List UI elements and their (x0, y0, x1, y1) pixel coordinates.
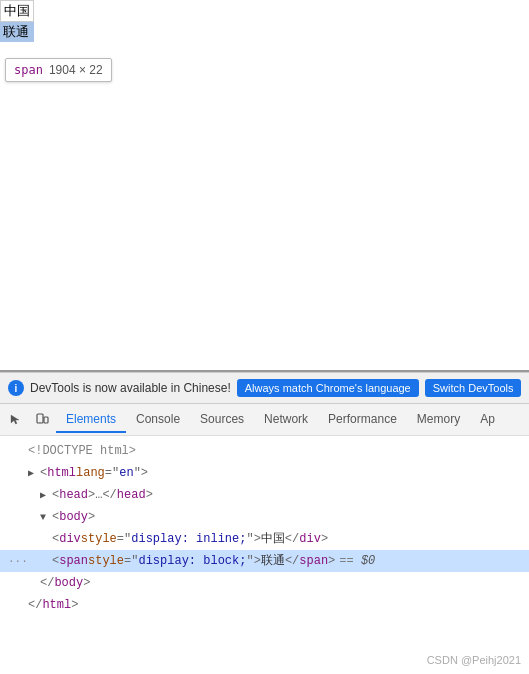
svg-rect-0 (37, 414, 43, 423)
dom-line-div: <div style="display: inline;">中国</div> (0, 528, 529, 550)
dom-line-body-close: </body> (0, 572, 529, 594)
tab-memory[interactable]: Memory (407, 407, 470, 433)
dom-line-html: ▶ <html lang="en"> (0, 462, 529, 484)
browser-viewport: 中国 联通 span 1904 × 22 (0, 0, 529, 370)
tooltip-tag: span (14, 63, 43, 77)
svg-point-2 (40, 421, 41, 422)
chinese-line2: 联通 (0, 22, 34, 42)
chinese-text-block: 中国 联通 (0, 0, 34, 42)
devtools-tabs-bar: Elements Console Sources Network Perform… (0, 404, 529, 436)
dom-line-span[interactable]: ··· <span style="display: block;">联通</sp… (0, 550, 529, 572)
tooltip-dimensions: 1904 × 22 (49, 63, 103, 77)
switch-devtools-button[interactable]: Switch DevTools (425, 379, 522, 397)
devtools-notification-bar: i DevTools is now available in Chinese! … (0, 372, 529, 404)
html-triangle[interactable]: ▶ (28, 466, 40, 481)
tab-elements[interactable]: Elements (56, 407, 126, 433)
dom-line-body: ▼ <body> (0, 506, 529, 528)
tab-console[interactable]: Console (126, 407, 190, 433)
tab-performance[interactable]: Performance (318, 407, 407, 433)
device-icon (35, 413, 49, 427)
watermark: CSDN @Peihj2021 (427, 654, 521, 666)
tab-network[interactable]: Network (254, 407, 318, 433)
match-language-button[interactable]: Always match Chrome's language (237, 379, 419, 397)
info-icon: i (8, 380, 24, 396)
body-triangle[interactable]: ▼ (40, 510, 52, 525)
tab-application[interactable]: Ap (470, 407, 505, 433)
dom-line-html-close: </html> (0, 594, 529, 616)
tab-sources[interactable]: Sources (190, 407, 254, 433)
dom-line-head: ▶ <head>…</head> (0, 484, 529, 506)
inspect-element-button[interactable] (4, 408, 28, 432)
dom-panel: <!DOCTYPE html> ▶ <html lang="en"> ▶ <he… (0, 436, 529, 674)
svg-rect-1 (44, 417, 48, 423)
notification-text: DevTools is now available in Chinese! (30, 381, 231, 395)
dom-line-doctype: <!DOCTYPE html> (0, 440, 529, 462)
cursor-icon (9, 413, 23, 427)
equals-indicator: == $0 (339, 552, 375, 570)
chinese-line1: 中国 (0, 0, 34, 22)
devtools-panel: i DevTools is now available in Chinese! … (0, 370, 529, 674)
device-toolbar-button[interactable] (30, 408, 54, 432)
element-tooltip: span 1904 × 22 (5, 58, 112, 82)
head-triangle[interactable]: ▶ (40, 488, 52, 503)
